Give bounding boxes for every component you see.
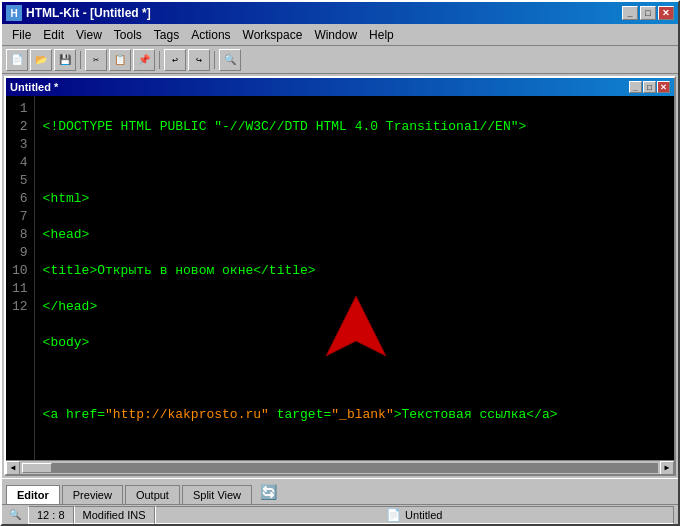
tab-editor[interactable]: Editor [6, 485, 60, 504]
title-close-tag: </title> [253, 263, 315, 278]
toolbar: 📄 📂 💾 ✂ 📋 📌 ↩ ↪ 🔍 [2, 46, 678, 74]
a-close-bracket: > [394, 407, 402, 422]
inner-title-bar: Untitled * _ □ ✕ [6, 78, 674, 96]
menu-edit[interactable]: Edit [37, 26, 70, 44]
scroll-track[interactable] [22, 463, 658, 473]
line-9: <a href="http://kakprosto.ru" target="_b… [43, 407, 558, 422]
minimize-button[interactable]: _ [622, 6, 638, 20]
href-val: "http://kakprosto.ru" [105, 407, 269, 422]
toolbar-btn-3[interactable]: 💾 [54, 49, 76, 71]
doctype-text: <!DOCTYPE HTML PUBLIC "-//W3C//DTD HTML … [43, 119, 527, 134]
line-num-4: 4 [12, 154, 28, 172]
a-open: <a [43, 407, 66, 422]
inner-window-title: Untitled * [10, 81, 58, 93]
toolbar-btn-6[interactable]: 📌 [133, 49, 155, 71]
title-buttons: _ □ ✕ [622, 6, 674, 20]
target-attr: target= [269, 407, 331, 422]
inner-maximize-button[interactable]: □ [643, 81, 656, 93]
tab-refresh-icon[interactable]: 🔄 [254, 481, 283, 504]
file-icon: 📄 [386, 508, 401, 522]
menu-bar: File Edit View Tools Tags Actions Worksp… [2, 24, 678, 46]
line-numbers: 1 2 3 4 5 6 7 8 9 10 11 12 [6, 96, 35, 460]
a-close-tag: </a> [526, 407, 557, 422]
menu-view[interactable]: View [70, 26, 108, 44]
line-num-12: 12 [12, 298, 28, 316]
line-num-2: 2 [12, 118, 28, 136]
line-num-10: 10 [12, 262, 28, 280]
title-text: Открыть в новом окне [97, 263, 253, 278]
inner-title-buttons: _ □ ✕ [629, 81, 670, 93]
svg-marker-0 [326, 296, 386, 356]
menu-tools[interactable]: Tools [108, 26, 148, 44]
line-5: <title>Открыть в новом окне</title> [43, 263, 316, 278]
tab-bar: Editor Preview Output Split View 🔄 [2, 478, 678, 504]
toolbar-btn-8[interactable]: ↪ [188, 49, 210, 71]
menu-tags[interactable]: Tags [148, 26, 185, 44]
line-7: <body> [43, 335, 90, 350]
app-icon: H [6, 5, 22, 21]
status-bar: 🔍 12 : 8 Modified INS 📄 Untitled [2, 504, 678, 524]
head-open-tag: <head> [43, 227, 90, 242]
scroll-thumb[interactable] [22, 463, 52, 473]
head-close-tag: </head> [43, 299, 98, 314]
status-icon: 🔍 [6, 506, 24, 524]
app-title: HTML-Kit - [Untitled *] [26, 6, 151, 20]
toolbar-btn-9[interactable]: 🔍 [219, 49, 241, 71]
line-num-9: 9 [12, 244, 28, 262]
menu-window[interactable]: Window [308, 26, 363, 44]
line-4: <head> [43, 227, 90, 242]
line-num-5: 5 [12, 172, 28, 190]
line-num-6: 6 [12, 190, 28, 208]
toolbar-btn-1[interactable]: 📄 [6, 49, 28, 71]
body-open-tag: <body> [43, 335, 90, 350]
toolbar-btn-2[interactable]: 📂 [30, 49, 52, 71]
tab-output[interactable]: Output [125, 485, 180, 504]
line-num-1: 1 [12, 100, 28, 118]
scroll-left-button[interactable]: ◀ [6, 461, 20, 475]
toolbar-separator-3 [214, 51, 215, 69]
editor-wrapper: 1 2 3 4 5 6 7 8 9 10 11 12 <!DOCTY [6, 96, 674, 474]
title-open-tag: <title> [43, 263, 98, 278]
line-num-11: 11 [12, 280, 28, 298]
menu-file[interactable]: File [6, 26, 37, 44]
toolbar-btn-4[interactable]: ✂ [85, 49, 107, 71]
menu-help[interactable]: Help [363, 26, 400, 44]
code-container: 1 2 3 4 5 6 7 8 9 10 11 12 <!DOCTY [6, 96, 674, 460]
status-filename: Untitled [405, 509, 442, 521]
status-mode: Modified INS [74, 506, 155, 524]
status-file: 📄 Untitled [155, 506, 674, 524]
arrow-svg [316, 291, 396, 361]
scroll-right-button[interactable]: ▶ [660, 461, 674, 475]
toolbar-separator-1 [80, 51, 81, 69]
line-num-8: 8 [12, 226, 28, 244]
menu-actions[interactable]: Actions [185, 26, 236, 44]
tab-preview[interactable]: Preview [62, 485, 123, 504]
line-3: <html> [43, 191, 90, 206]
horizontal-scrollbar[interactable]: ◀ ▶ [6, 460, 674, 474]
line-6: </head> [43, 299, 98, 314]
line-1: <!DOCTYPE HTML PUBLIC "-//W3C//DTD HTML … [43, 119, 527, 134]
inner-minimize-button[interactable]: _ [629, 81, 642, 93]
app-window: H HTML-Kit - [Untitled *] _ □ ✕ File Edi… [0, 0, 680, 526]
html-open-tag: <html> [43, 191, 90, 206]
target-val: "_blank" [331, 407, 393, 422]
inner-close-button[interactable]: ✕ [657, 81, 670, 93]
link-text: Текстовая ссылка [402, 407, 527, 422]
menu-workspace[interactable]: Workspace [237, 26, 309, 44]
editor-area[interactable]: 1 2 3 4 5 6 7 8 9 10 11 12 <!DOCTY [6, 96, 674, 460]
status-position: 12 : 8 [28, 506, 74, 524]
line-num-7: 7 [12, 208, 28, 226]
toolbar-btn-5[interactable]: 📋 [109, 49, 131, 71]
maximize-button[interactable]: □ [640, 6, 656, 20]
inner-window: Untitled * _ □ ✕ 1 2 3 4 5 6 [4, 76, 676, 476]
title-bar-left: H HTML-Kit - [Untitled *] [6, 5, 151, 21]
toolbar-separator-2 [159, 51, 160, 69]
href-attr: href= [66, 407, 105, 422]
title-bar: H HTML-Kit - [Untitled *] _ □ ✕ [2, 2, 678, 24]
toolbar-btn-7[interactable]: ↩ [164, 49, 186, 71]
close-button[interactable]: ✕ [658, 6, 674, 20]
line-num-3: 3 [12, 136, 28, 154]
code-content[interactable]: <!DOCTYPE HTML PUBLIC "-//W3C//DTD HTML … [35, 96, 674, 460]
tab-split-view[interactable]: Split View [182, 485, 252, 504]
